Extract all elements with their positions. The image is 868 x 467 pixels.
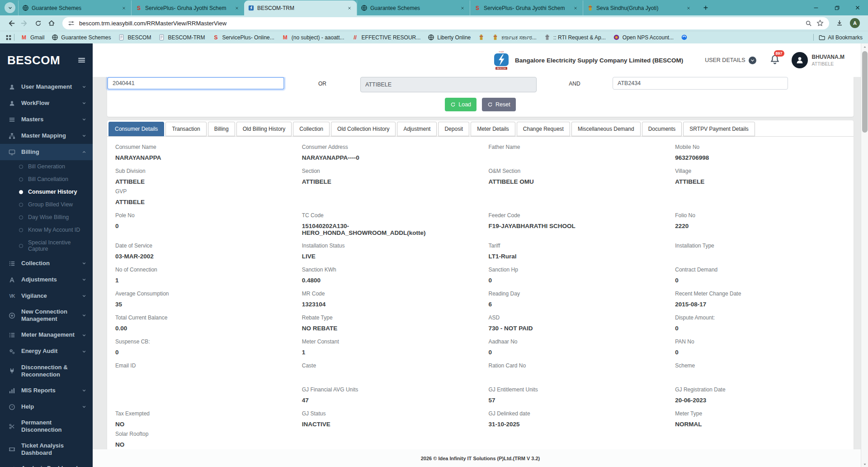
sidebar-item-permanent-disconnection[interactable]: Permanent Disconnection [0, 415, 93, 438]
tab-close-icon[interactable] [571, 4, 579, 12]
all-bookmarks-button[interactable]: All Bookmarks [811, 34, 863, 41]
sidebar-item-label: Meter Management [21, 331, 76, 338]
sidebar-item-mis-reports[interactable]: MIS Reports [0, 382, 93, 399]
bullet-icon [19, 215, 23, 219]
tab-close-icon[interactable] [345, 4, 353, 12]
browser-tab-guarantee-schemes[interactable]: Guarantee Schemes [357, 0, 470, 15]
tab-close-icon[interactable] [233, 4, 241, 12]
sidebar-subitem-bill-generation[interactable]: Bill Generation [0, 160, 93, 173]
tab-billing[interactable]: Billing [208, 122, 235, 136]
tab-meter-details[interactable]: Meter Details [471, 122, 515, 136]
bookmark-liberty-online[interactable]: Liberty Online [424, 33, 474, 42]
tab-deposit[interactable]: Deposit [438, 122, 469, 136]
sidebar-item-collection[interactable]: Collection [0, 255, 93, 272]
field-value: 31-10-2025 [489, 421, 659, 428]
field-cell-meter-type: Meter TypeNORMAL [667, 404, 854, 448]
magnifier-icon[interactable] [805, 20, 812, 27]
back-button[interactable] [5, 17, 17, 29]
sidebar-item-workflow[interactable]: WorkFlow [0, 95, 93, 111]
bookmark-bescom-trm[interactable]: BESCOM-TRM [155, 33, 208, 42]
user-avatar[interactable] [792, 52, 808, 68]
sidebar-subitem-group-billed-view[interactable]: Group Billed View [0, 198, 93, 211]
sidebar-subitem-label: Know My Account ID [28, 227, 80, 233]
sidebar-item-vigilance[interactable]: VKVigilance [0, 288, 93, 304]
load-button[interactable]: Load [445, 98, 476, 111]
refresh-button[interactable] [32, 17, 44, 29]
new-tab-button[interactable] [699, 1, 712, 14]
bookmark-effective-resour[interactable]: //EFFECTIVE RESOUR... [348, 33, 425, 42]
browser-tab-serviceplus-gruha-jyothi-schem[interactable]: SServicePlus- Gruha Jyothi Schem [131, 0, 244, 15]
tab-collection[interactable]: Collection [293, 122, 330, 136]
sidebar-item-user-management[interactable]: User Management [0, 79, 93, 95]
tab-search-button[interactable] [5, 2, 15, 13]
scroll-down-icon[interactable] [863, 461, 867, 467]
user-details-button[interactable]: USER DETAILS [705, 57, 756, 64]
address-bar[interactable]: bescom.trm.ieasybill.com/RRMasterView/RR… [62, 17, 829, 29]
forward-button[interactable] [18, 17, 31, 29]
bookmark-serviceplus-online[interactable]: SServicePlus- Online... [208, 33, 278, 42]
tab-close-icon[interactable] [120, 4, 127, 12]
sidebar-item-masters[interactable]: Masters [0, 111, 93, 128]
bookmark-bescom[interactable]: BESCOM [114, 33, 155, 42]
url-text[interactable]: bescom.trm.ieasybill.com/RRMasterView/RR… [79, 20, 801, 27]
browser-tab-guarantee-schemes[interactable]: Guarantee Schemes [18, 0, 131, 15]
reset-button[interactable]: Reset [482, 98, 516, 111]
sidebar-item-ticket-analysis-dashboard[interactable]: Ticket Analysis Dashboard [0, 438, 93, 461]
tab-transaction[interactable]: Transaction [165, 122, 206, 136]
bookmark-item[interactable]: ಕರ್ನಾಟಕ ಸರ್ಕಾರ... [488, 33, 540, 42]
profile-avatar[interactable]: A [850, 18, 860, 28]
sidebar-item-energy-audit[interactable]: Energy Audit [0, 343, 93, 360]
tab-change-request[interactable]: Change Request [517, 122, 570, 136]
tab-close-icon[interactable] [684, 4, 692, 12]
sidebar-subitem-bill-cancellation[interactable]: Bill Cancellation [0, 173, 93, 186]
browser-tab-seva-sindhu-gruha-jyoti[interactable]: Seva Sindhu(Gruha Jyoti) [583, 0, 696, 15]
tab-old-collection-history[interactable]: Old Collection History [331, 122, 396, 136]
sidebar-item-master-mapping[interactable]: Master Mapping [0, 128, 93, 144]
account-id-input[interactable] [107, 77, 284, 90]
bookmark-emblem[interactable] [474, 33, 488, 42]
sidebar-item-new-connection-management[interactable]: New Connection Management [0, 304, 93, 327]
bookmark-gmail[interactable]: MGmail [17, 33, 48, 42]
tab-adjustment[interactable]: Adjustment [397, 122, 437, 136]
sidebar-item-meter-management[interactable]: Meter Management [0, 327, 93, 343]
rr-number-input[interactable] [613, 77, 788, 90]
browser-tab-serviceplus-gruha-jyothi-schem[interactable]: SServicePlus- Gruha Jyothi Schem [470, 0, 583, 15]
download-icon[interactable] [836, 19, 843, 27]
restore-button[interactable] [826, 0, 847, 15]
sidebar-item-help[interactable]: ?Help [0, 399, 93, 415]
home-button[interactable] [45, 17, 58, 29]
minimize-button[interactable] [806, 0, 826, 15]
apps-grid-icon[interactable] [5, 34, 12, 41]
sidebar-item-billing[interactable]: Billing [0, 144, 93, 160]
sidebar-subitem-special-incentive-capture[interactable]: Special Incentive Capture [0, 236, 93, 255]
sidebar-item-adjustments[interactable]: Adjustments [0, 272, 93, 288]
tab-old-billing-history[interactable]: Old Billing History [236, 122, 292, 136]
sidebar-subitem-know-my-account-id[interactable]: Know My Account ID [0, 224, 93, 236]
bookmark-guarantee-schemes[interactable]: Guarantee Schemes [48, 33, 114, 42]
bookmark-blueapp[interactable] [677, 33, 691, 42]
name-input[interactable] [360, 77, 537, 92]
field-cell-pan-no: PAN No0 [667, 332, 854, 356]
notifications-button[interactable]: 897 [770, 54, 780, 66]
close-button[interactable] [847, 0, 868, 15]
tab-close-icon[interactable] [458, 4, 466, 12]
tab-documents[interactable]: Documents [642, 122, 682, 136]
browser-tab-bescom-trm[interactable]: BESCOM-TRM [244, 0, 357, 15]
sidebar-item-disconnection-reconnection[interactable]: Disconnection & Reconnection [0, 360, 93, 383]
tab-miscellaneous-demand[interactable]: Miscellaneous Demand [571, 122, 641, 136]
scroll-up-icon[interactable] [863, 43, 867, 50]
page-scrollbar[interactable] [861, 43, 868, 467]
sidebar-subitem-consumer-history[interactable]: Consumer History [0, 186, 93, 198]
tab-consumer-details[interactable]: Consumer Details [108, 122, 164, 136]
sidebar-subitem-day-wise-billing[interactable]: Day Wise Billing [0, 211, 93, 224]
bookmark-no-subject-aaoatt[interactable]: M(no subject) - aaoatt... [278, 33, 348, 42]
bookmark-open-nps-account[interactable]: Open NPS Account... [609, 33, 677, 42]
scrollbar-thumb[interactable] [862, 51, 868, 133]
site-info-icon[interactable] [68, 20, 75, 27]
bookmark-rti-request-ap[interactable]: :: RTI Request & Ap... [540, 33, 609, 42]
hamburger-icon[interactable] [77, 56, 85, 64]
star-icon[interactable] [816, 19, 824, 27]
sidebar-item-analysis-dashboard[interactable]: Analysis Dashboard [0, 461, 93, 467]
doc-icon [118, 34, 125, 41]
tab-srtpv-payment-details[interactable]: SRTPV Payment Details [683, 122, 755, 136]
